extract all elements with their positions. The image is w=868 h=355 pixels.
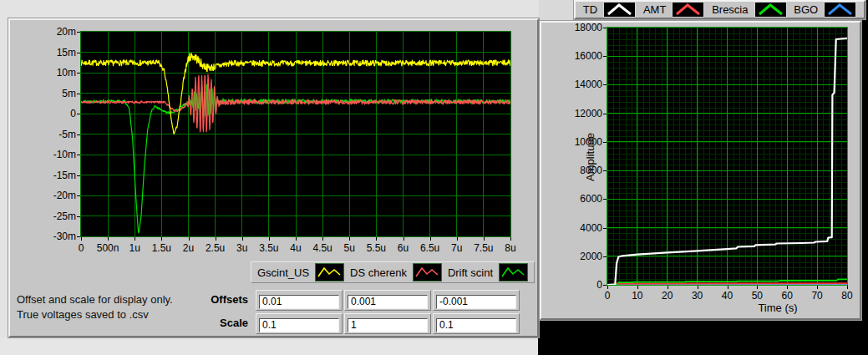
x-tick-mark [607, 286, 608, 289]
legend-item-brescia[interactable]: Brescia [712, 2, 786, 18]
waveform-plot-area[interactable] [80, 31, 511, 237]
y-tick-mark [77, 155, 80, 155]
y-tick-mark [77, 236, 80, 237]
y-tick-mark [603, 56, 607, 57]
offset-box-1 [256, 290, 343, 311]
x-tick-label: 10 [621, 290, 654, 302]
note-line-2: True voltages saved to .csv [17, 308, 149, 321]
y-tick-label: 12000 [548, 108, 602, 119]
x-tick-mark [847, 286, 848, 289]
legend-item-amt[interactable]: AMT [643, 2, 704, 18]
x-tick-mark [667, 286, 668, 289]
y-tick-label: 6000 [548, 193, 602, 205]
y-tick-label: 16000 [548, 50, 602, 62]
x-tick-mark [376, 237, 377, 241]
offset-input-2[interactable] [348, 295, 428, 309]
y-tick-mark [77, 216, 80, 217]
drift-scint-trace [81, 84, 510, 232]
x-tick-mark [510, 237, 511, 241]
y-tick-mark [77, 94, 80, 94]
waveform-traces [81, 32, 510, 236]
note-line-1: Offset and scale for display only. [17, 293, 173, 306]
x-tick-label: 40 [711, 290, 744, 302]
x-tick-label: 80 [830, 290, 864, 302]
x-tick-mark [728, 286, 728, 289]
x-tick-label: 8u [492, 242, 529, 254]
y-tick-mark [603, 84, 607, 85]
gscint-us-trace [81, 53, 510, 134]
x-tick-mark [430, 237, 431, 241]
y-tick-label: 14000 [548, 79, 602, 90]
x-tick-mark [817, 286, 818, 289]
y-tick-mark [603, 256, 607, 257]
y-tick-mark [77, 53, 80, 53]
y-tick-label: 5m [10, 88, 76, 99]
x-tick-label: 50 [740, 290, 774, 302]
x-tick-mark [296, 237, 297, 241]
scale-box-3 [433, 313, 520, 334]
bottom-strip [0, 338, 538, 355]
y-tick-label: -30m [10, 231, 76, 242]
y-tick-mark [77, 195, 80, 196]
legend-item-drift-scint[interactable]: Drift scint [448, 263, 528, 281]
y-tick-mark [77, 175, 80, 176]
x-tick-mark [457, 237, 458, 241]
y-tick-label: 10000 [548, 136, 602, 148]
offset-box-3 [433, 290, 520, 311]
scale-input-2[interactable] [348, 318, 428, 332]
gscint-us-waveform-icon [315, 263, 344, 281]
x-tick-mark [242, 237, 243, 241]
x-tick-mark [108, 237, 109, 241]
scale-input-3[interactable] [436, 318, 516, 332]
x-tick-mark [161, 237, 162, 241]
y-tick-label: -5m [10, 129, 76, 140]
legend-label: Gscint_US [257, 266, 309, 279]
y-tick-mark [77, 134, 80, 135]
scale-input-1[interactable] [259, 318, 339, 332]
td-trace [607, 38, 847, 285]
offset-box-2 [344, 290, 431, 311]
legend-label: Brescia [712, 3, 748, 16]
y-tick-label: 20m [10, 26, 76, 38]
y-tick-label: -10m [10, 149, 76, 160]
y-tick-label: 8000 [548, 165, 602, 176]
app-root: { "left_panel": { "note_line1": "Offset … [0, 0, 868, 355]
legend-item-bgo[interactable]: BGO [794, 2, 856, 18]
legend-item-td[interactable]: TD [583, 2, 636, 18]
x-tick-mark [349, 237, 350, 241]
amplitude-chart-legend: TDAMTBresciaBGO [574, 0, 865, 19]
scale-box-2 [344, 313, 431, 334]
time-axis-title: Time (s) [744, 302, 811, 314]
x-tick-mark [484, 237, 485, 241]
y-tick-mark [77, 73, 80, 74]
amplitude-plot-area[interactable] [607, 27, 848, 286]
y-tick-label: 4000 [548, 222, 602, 234]
y-tick-mark [603, 142, 607, 143]
offsets-label: Offsets [160, 293, 248, 306]
waveform-legend: Gscint_USDS cherenkDrift scint [251, 261, 535, 283]
amt-plot-icon [672, 2, 704, 18]
legend-item-gscint-us[interactable]: Gscint_US [257, 263, 344, 281]
y-tick-mark [603, 28, 607, 28]
legend-label: Drift scint [448, 266, 493, 279]
y-tick-mark [603, 114, 607, 114]
legend-label: BGO [794, 3, 818, 16]
y-tick-label: 0 [10, 108, 76, 119]
x-tick-label: 0 [591, 290, 624, 302]
y-tick-label: -20m [10, 190, 76, 201]
offset-input-1[interactable] [259, 295, 339, 309]
offset-input-3[interactable] [436, 295, 516, 309]
y-tick-mark [603, 199, 607, 200]
legend-label: DS cherenk [350, 266, 407, 279]
legend-item-ds-cherenk[interactable]: DS cherenk [350, 263, 442, 281]
x-tick-mark [269, 237, 270, 241]
x-tick-mark [189, 237, 190, 241]
bgo-plot-icon [824, 2, 856, 18]
brescia-plot-icon [754, 2, 787, 18]
x-tick-mark [216, 237, 216, 241]
x-tick-mark [698, 286, 698, 289]
x-tick-mark [135, 237, 135, 241]
x-tick-label: 70 [800, 290, 834, 302]
top-gap-fill [539, 0, 574, 20]
y-tick-label: 18000 [548, 22, 602, 33]
